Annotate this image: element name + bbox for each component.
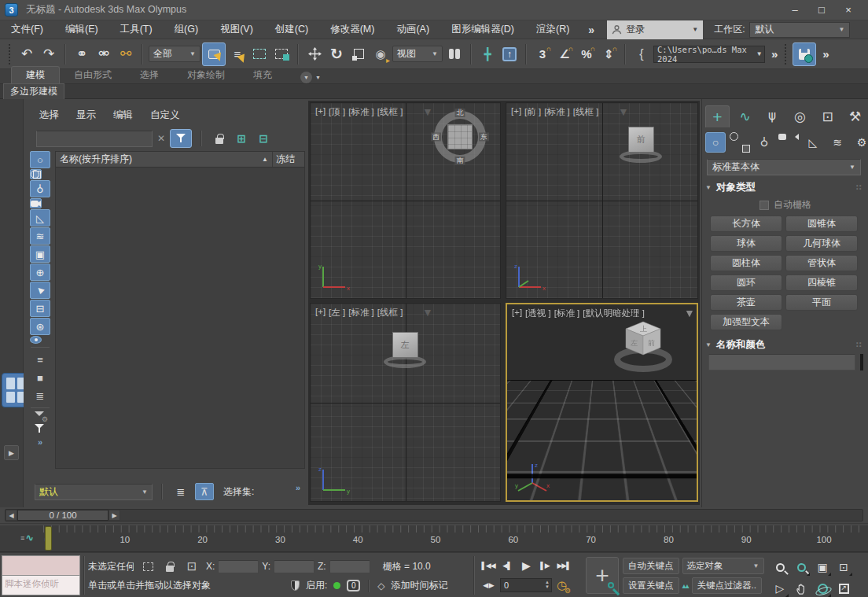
adaptive-degradation-icon[interactable] [291,580,300,591]
select-and-link-button[interactable]: ⚭ [72,44,92,64]
column-header-name[interactable]: 名称(按升序排序) ▲ [56,152,273,167]
viewcube-face[interactable] [447,124,473,149]
viewport-label-segment[interactable]: [+] [315,307,326,319]
current-frame-field[interactable]: 0 ▲▼ [500,578,552,592]
menu-item[interactable]: 图形编辑器(D) [440,20,525,39]
viewcube-3d[interactable]: 上 左 前 [607,315,679,380]
viewport-left[interactable]: [+][左 ][标准 ][线框 ] ▼ 左 zy [310,303,501,502]
key-filters-button[interactable]: 关键点过滤器.. [692,577,762,594]
object-type-rollout-header[interactable]: ▼ 对象类型 ∷ [705,179,862,195]
menu-item[interactable]: 修改器(M) [319,20,385,39]
viewport-label-segment[interactable]: [线框 ] [377,106,403,118]
window-crossing-toggle[interactable] [271,44,292,64]
viewport-label-segment[interactable]: [左 ] [329,307,345,319]
toolbar-grip[interactable] [784,43,788,65]
autobackup-toggle[interactable] [793,42,816,66]
viewport-degradation-icon[interactable]: ▼ [684,307,695,319]
motion-tab[interactable]: ◎ [788,105,812,127]
systems-category-icon[interactable]: ⚙ [851,132,868,153]
utilities-tab[interactable]: ⚒ [843,105,867,127]
menu-item[interactable]: 工具(T) [109,20,164,39]
menu-item[interactable]: 文件(F) [0,20,54,39]
modify-tab[interactable]: ∿ [733,105,757,127]
play-button[interactable]: ▶ [519,558,533,573]
next-frame-button[interactable]: ▶ [108,510,120,521]
ribbon-minimize-control[interactable]: ▼ ▼ [300,72,321,83]
explorer-menu-item[interactable]: 自定义 [150,109,180,122]
spinner-snap-toggle[interactable]: ⇕∩ [598,44,619,64]
display-tab[interactable]: ⊡ [815,105,840,127]
rectangular-selection-region-button[interactable] [249,44,270,64]
object-type-button[interactable]: 四棱锥 [785,275,858,291]
viewport-label-segment[interactable]: [+] [511,106,521,118]
viewport-label-segment[interactable]: [透视 ] [525,308,551,319]
previous-frame-button[interactable]: ◀ [6,510,17,521]
set-keys-button[interactable]: + [586,557,619,594]
object-color-swatch[interactable] [860,354,863,370]
display-geometry-icon[interactable]: ○ [30,151,50,168]
viewport-degradation-icon[interactable]: ▼ [422,105,433,118]
object-type-button[interactable]: 圆柱体 [710,255,782,271]
shapes-category-icon[interactable] [730,132,750,153]
object-type-button[interactable]: 圆环 [710,275,782,291]
toolbar-overflow-chevron[interactable]: » [818,47,833,61]
explorer-toolbar-overflow[interactable]: » [38,437,42,447]
compass-south-label[interactable]: 南 [455,157,465,165]
maximize-viewport-toggle[interactable] [834,579,853,597]
named-selection-sets-button[interactable]: { [631,44,652,64]
viewcube-left-view[interactable]: 左 [383,330,428,371]
frame-step-spinner[interactable]: ◀ ▶ [481,577,495,593]
menu-item[interactable]: 视图(V) [209,20,264,39]
viewport-degradation-icon[interactable]: ▼ [422,306,433,319]
viewport-label-segment[interactable]: [+] [512,308,522,319]
set-key-button[interactable]: 设置关键点 [623,577,679,594]
viewcube-face[interactable]: 前 [628,127,654,153]
select-and-manipulate-button[interactable]: ╋ [477,44,498,64]
zoom-extents-all-button[interactable]: ⊡ [834,558,853,577]
select-and-rotate-button[interactable]: ↻ [326,44,347,64]
unlink-selection-button[interactable]: ⚮ [94,44,114,64]
subcategory-dropdown[interactable]: 标准基本体 ▼ [707,159,861,175]
toolbar-grip[interactable] [8,43,12,65]
hierarchy-tab[interactable]: ⋔ [760,105,785,127]
viewcube-top-view[interactable]: 北 南 东 西 [434,111,486,163]
viewport-label-segment[interactable]: [标准 ] [554,308,580,319]
object-type-button[interactable]: 加强型文本 [710,314,782,330]
viewport-perspective-active[interactable]: [+][透视 ][标准 ][默认明暗处理 ] ▼ 上 左 前 zyx [506,303,698,502]
pan-view-button[interactable] [792,579,811,597]
time-slider-track[interactable]: ◀ 0 / 100 ▶ [5,509,863,521]
display-shapes-icon[interactable] [30,169,42,179]
percent-snap-toggle[interactable]: %∩ [576,44,597,64]
menu-item[interactable]: 组(G) [164,20,210,39]
pick-parent-button[interactable]: ⊞ [233,130,250,147]
ribbon-tab[interactable]: 对象绘制 [173,67,239,83]
geometry-category-icon[interactable]: ○ [705,132,726,153]
menu-item[interactable]: 编辑(E) [54,20,109,39]
absolute-relative-coord-toggle[interactable]: ⊡ [184,559,200,573]
viewport-label-segment[interactable]: [+] [315,106,326,118]
ribbon-tab[interactable]: 建模 [11,66,60,83]
workspace-dropdown[interactable]: 默认 ▼ [749,22,850,38]
select-and-scale-button[interactable] [348,44,369,64]
viewcube-front-label[interactable]: 前 [648,339,655,347]
compass-east-label[interactable]: 东 [479,133,489,142]
viewcube-side-label[interactable]: 左 [631,339,638,347]
name-color-rollout-header[interactable]: ▼ 名称和颜色 ∷ [705,337,862,352]
zoom-extents-button[interactable]: ▣ [813,558,832,577]
scene-explorer-hierarchy-button[interactable]: ⊼ [195,483,214,500]
trackbar-playhead[interactable] [45,526,52,551]
viewport-degradation-icon[interactable]: ▼ [618,105,629,118]
previous-key-button[interactable]: ◀▌ [500,558,514,573]
ribbon-tab[interactable]: 填充 [239,67,286,83]
compass-north-label[interactable]: 北 [455,109,465,117]
select-by-name-button[interactable]: ≡ [227,44,248,64]
panel-expand-button[interactable]: ▶ [4,445,19,460]
zoom-all-button[interactable] [792,558,811,577]
menu-overflow-chevron[interactable]: » [580,24,602,36]
bind-to-spacewarp-button[interactable]: ⚯ [116,44,136,64]
autogrid-checkbox[interactable] [760,201,769,210]
undo-button[interactable]: ↶ [17,44,37,64]
lock-explorer-button[interactable] [211,130,228,147]
clear-search-icon[interactable]: ✕ [157,133,165,144]
menu-item[interactable]: 创建(C) [264,20,319,39]
